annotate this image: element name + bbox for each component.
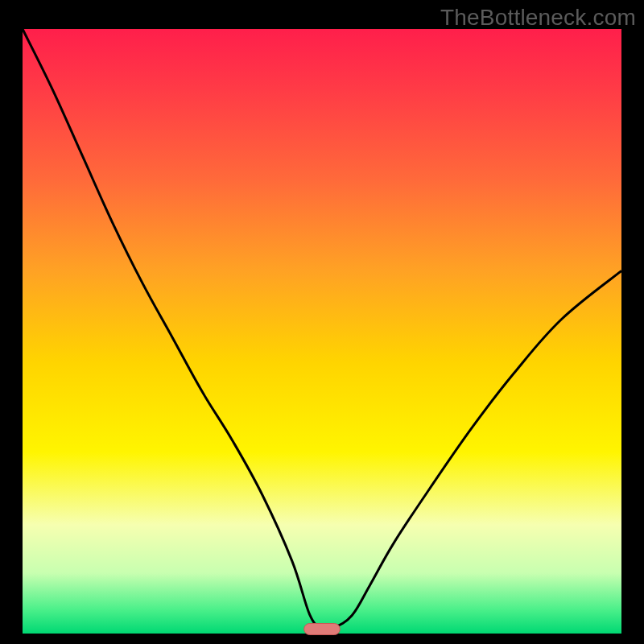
bottleneck-chart xyxy=(0,0,644,644)
chart-container: { "watermark": "TheBottleneck.com", "col… xyxy=(0,0,644,644)
plot-background xyxy=(23,29,621,634)
optimum-marker xyxy=(304,623,341,634)
